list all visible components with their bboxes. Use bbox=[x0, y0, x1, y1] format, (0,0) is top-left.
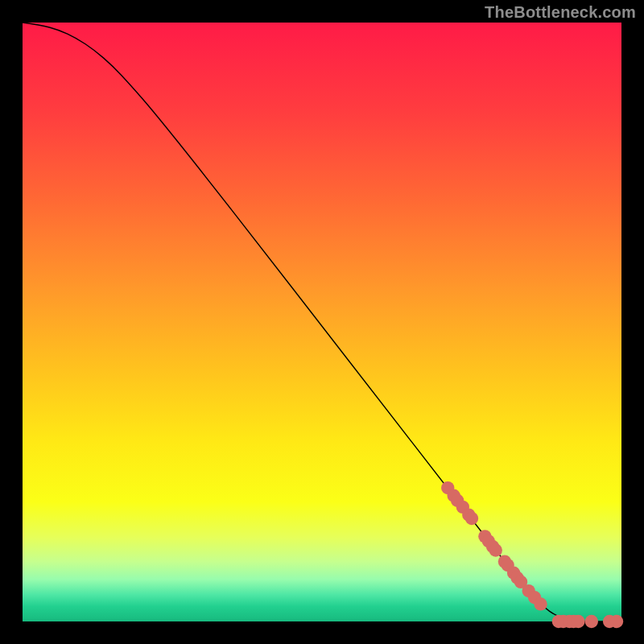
plot-background bbox=[23, 23, 621, 621]
chart-root: TheBottleneck.com bbox=[0, 0, 644, 644]
marker-point bbox=[465, 512, 478, 525]
marker-point bbox=[610, 615, 623, 628]
marker-point bbox=[585, 615, 598, 628]
bottleneck-chart bbox=[0, 0, 644, 644]
marker-point bbox=[489, 543, 502, 556]
marker-point bbox=[572, 615, 584, 628]
attribution-label: TheBottleneck.com bbox=[485, 3, 636, 22]
marker-point bbox=[534, 597, 547, 610]
